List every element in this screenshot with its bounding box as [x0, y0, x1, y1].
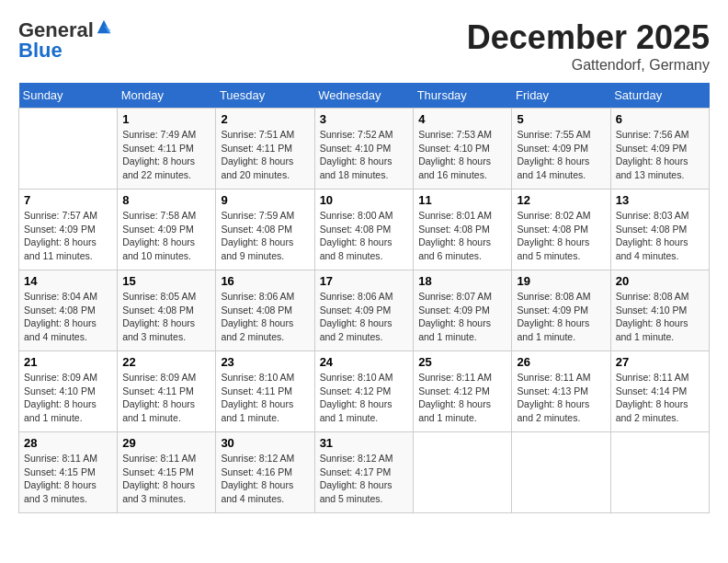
day-info: Sunrise: 7:58 AM Sunset: 4:09 PM Dayligh… [122, 209, 210, 263]
calendar-cell: 9Sunrise: 7:59 AM Sunset: 4:08 PM Daylig… [216, 190, 314, 270]
day-number: 15 [122, 274, 210, 288]
day-number: 8 [122, 193, 210, 207]
day-number: 24 [320, 355, 409, 369]
calendar-cell [19, 109, 118, 190]
day-info: Sunrise: 7:57 AM Sunset: 4:09 PM Dayligh… [24, 209, 112, 263]
calendar-cell: 14Sunrise: 8:04 AM Sunset: 4:08 PM Dayli… [19, 270, 118, 351]
day-number: 29 [122, 436, 210, 450]
day-info: Sunrise: 7:56 AM Sunset: 4:09 PM Dayligh… [616, 128, 704, 182]
calendar-cell: 12Sunrise: 8:02 AM Sunset: 4:08 PM Dayli… [512, 190, 610, 270]
day-info: Sunrise: 8:12 AM Sunset: 4:17 PM Dayligh… [320, 452, 409, 506]
day-number: 26 [517, 355, 605, 369]
day-info: Sunrise: 8:11 AM Sunset: 4:15 PM Dayligh… [122, 452, 210, 506]
day-number: 13 [616, 193, 704, 207]
calendar-cell: 27Sunrise: 8:11 AM Sunset: 4:14 PM Dayli… [610, 351, 709, 432]
day-number: 27 [616, 355, 704, 369]
calendar-cell: 26Sunrise: 8:11 AM Sunset: 4:13 PM Dayli… [512, 351, 610, 432]
day-number: 20 [616, 274, 704, 288]
weekday-header-monday: Monday [118, 83, 216, 109]
calendar-week-3: 14Sunrise: 8:04 AM Sunset: 4:08 PM Dayli… [19, 270, 710, 351]
day-number: 25 [418, 355, 506, 369]
day-info: Sunrise: 7:51 AM Sunset: 4:11 PM Dayligh… [221, 128, 309, 182]
day-info: Sunrise: 8:10 AM Sunset: 4:11 PM Dayligh… [221, 371, 309, 425]
logo-icon [96, 18, 112, 35]
calendar-cell: 24Sunrise: 8:10 AM Sunset: 4:12 PM Dayli… [314, 351, 414, 432]
day-number: 17 [320, 274, 409, 288]
calendar-cell: 20Sunrise: 8:08 AM Sunset: 4:10 PM Dayli… [610, 270, 709, 351]
day-info: Sunrise: 8:11 AM Sunset: 4:12 PM Dayligh… [418, 371, 506, 425]
day-number: 12 [517, 193, 605, 207]
calendar-cell: 13Sunrise: 8:03 AM Sunset: 4:08 PM Dayli… [610, 190, 709, 270]
calendar-cell: 21Sunrise: 8:09 AM Sunset: 4:10 PM Dayli… [19, 351, 118, 432]
calendar-week-4: 21Sunrise: 8:09 AM Sunset: 4:10 PM Dayli… [19, 351, 710, 432]
weekday-header-saturday: Saturday [610, 83, 709, 109]
calendar-cell: 7Sunrise: 7:57 AM Sunset: 4:09 PM Daylig… [19, 190, 118, 270]
calendar-cell: 31Sunrise: 8:12 AM Sunset: 4:17 PM Dayli… [314, 432, 414, 513]
calendar-cell [610, 432, 709, 513]
day-info: Sunrise: 8:12 AM Sunset: 4:16 PM Dayligh… [221, 452, 309, 506]
day-number: 1 [122, 112, 210, 126]
day-number: 18 [418, 274, 506, 288]
day-number: 19 [517, 274, 605, 288]
calendar-cell: 1Sunrise: 7:49 AM Sunset: 4:11 PM Daylig… [118, 109, 216, 190]
page-header: General Blue December 2025 Gattendorf, G… [18, 18, 710, 74]
day-number: 9 [221, 193, 309, 207]
calendar-cell: 8Sunrise: 7:58 AM Sunset: 4:09 PM Daylig… [118, 190, 216, 270]
day-number: 6 [616, 112, 704, 126]
day-number: 5 [517, 112, 605, 126]
calendar-week-5: 28Sunrise: 8:11 AM Sunset: 4:15 PM Dayli… [19, 432, 710, 513]
day-info: Sunrise: 8:11 AM Sunset: 4:13 PM Dayligh… [517, 371, 605, 425]
weekday-header-thursday: Thursday [414, 83, 512, 109]
day-number: 21 [24, 355, 112, 369]
day-number: 4 [418, 112, 506, 126]
day-number: 10 [320, 193, 409, 207]
title-block: December 2025 Gattendorf, Germany [467, 18, 710, 74]
day-info: Sunrise: 8:10 AM Sunset: 4:12 PM Dayligh… [320, 371, 409, 425]
day-info: Sunrise: 8:00 AM Sunset: 4:08 PM Dayligh… [320, 209, 409, 263]
calendar-cell: 4Sunrise: 7:53 AM Sunset: 4:10 PM Daylig… [414, 109, 512, 190]
calendar-cell: 25Sunrise: 8:11 AM Sunset: 4:12 PM Dayli… [414, 351, 512, 432]
calendar-table: SundayMondayTuesdayWednesdayThursdayFrid… [18, 83, 710, 513]
weekday-header-friday: Friday [512, 83, 610, 109]
calendar-cell: 6Sunrise: 7:56 AM Sunset: 4:09 PM Daylig… [610, 109, 709, 190]
day-number: 23 [221, 355, 309, 369]
calendar-cell [512, 432, 610, 513]
day-info: Sunrise: 7:59 AM Sunset: 4:08 PM Dayligh… [221, 209, 309, 263]
calendar-cell: 2Sunrise: 7:51 AM Sunset: 4:11 PM Daylig… [216, 109, 314, 190]
day-info: Sunrise: 8:08 AM Sunset: 4:09 PM Dayligh… [517, 290, 605, 344]
calendar-cell: 15Sunrise: 8:05 AM Sunset: 4:08 PM Dayli… [118, 270, 216, 351]
weekday-header-wednesday: Wednesday [314, 83, 414, 109]
calendar-cell: 22Sunrise: 8:09 AM Sunset: 4:11 PM Dayli… [118, 351, 216, 432]
day-info: Sunrise: 8:08 AM Sunset: 4:10 PM Dayligh… [616, 290, 704, 344]
day-info: Sunrise: 8:09 AM Sunset: 4:11 PM Dayligh… [122, 371, 210, 425]
day-number: 28 [24, 436, 112, 450]
day-number: 31 [320, 436, 409, 450]
weekday-header-sunday: Sunday [19, 83, 118, 109]
day-number: 16 [221, 274, 309, 288]
day-info: Sunrise: 8:03 AM Sunset: 4:08 PM Dayligh… [616, 209, 704, 263]
day-info: Sunrise: 8:05 AM Sunset: 4:08 PM Dayligh… [122, 290, 210, 344]
logo: General Blue [18, 18, 112, 63]
calendar-cell: 18Sunrise: 8:07 AM Sunset: 4:09 PM Dayli… [414, 270, 512, 351]
day-info: Sunrise: 8:11 AM Sunset: 4:14 PM Dayligh… [616, 371, 704, 425]
calendar-cell: 19Sunrise: 8:08 AM Sunset: 4:09 PM Dayli… [512, 270, 610, 351]
weekday-header-tuesday: Tuesday [216, 83, 314, 109]
day-info: Sunrise: 8:11 AM Sunset: 4:15 PM Dayligh… [24, 452, 112, 506]
day-number: 11 [418, 193, 506, 207]
day-info: Sunrise: 7:55 AM Sunset: 4:09 PM Dayligh… [517, 128, 605, 182]
calendar-week-2: 7Sunrise: 7:57 AM Sunset: 4:09 PM Daylig… [19, 190, 710, 270]
day-number: 30 [221, 436, 309, 450]
day-info: Sunrise: 8:09 AM Sunset: 4:10 PM Dayligh… [24, 371, 112, 425]
day-info: Sunrise: 7:53 AM Sunset: 4:10 PM Dayligh… [418, 128, 506, 182]
calendar-cell: 23Sunrise: 8:10 AM Sunset: 4:11 PM Dayli… [216, 351, 314, 432]
day-number: 22 [122, 355, 210, 369]
month-title: December 2025 [467, 18, 710, 57]
calendar-cell: 17Sunrise: 8:06 AM Sunset: 4:09 PM Dayli… [314, 270, 414, 351]
calendar-cell: 3Sunrise: 7:52 AM Sunset: 4:10 PM Daylig… [314, 109, 414, 190]
calendar-cell [414, 432, 512, 513]
calendar-cell: 29Sunrise: 8:11 AM Sunset: 4:15 PM Dayli… [118, 432, 216, 513]
day-info: Sunrise: 8:07 AM Sunset: 4:09 PM Dayligh… [418, 290, 506, 344]
day-number: 7 [24, 193, 112, 207]
day-info: Sunrise: 8:06 AM Sunset: 4:08 PM Dayligh… [221, 290, 309, 344]
day-number: 2 [221, 112, 309, 126]
